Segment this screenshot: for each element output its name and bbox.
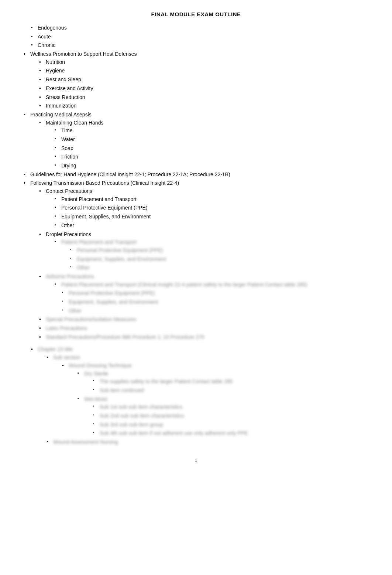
list-item-blurred: Personal Protective Equipment (PPE) (69, 246, 370, 255)
list-item: Guidelines for Hand Hygiene (Clinical In… (22, 171, 370, 179)
list-item-blurred: Special Precautions/Isolation Measures (38, 316, 370, 324)
list-item: Maintaining Clean Hands Time Water Soap … (38, 119, 370, 170)
list-item: Nutrition (38, 58, 370, 67)
list-item-blurred: Sub 1st sub sub item characteristics (92, 403, 370, 411)
list-item-blurred: Chapter 23 title Sub section Wound Dress… (30, 346, 370, 446)
list-item-blurred: Equipment, Supplies, and Environment (61, 298, 370, 306)
list-item-blurred: Other (69, 264, 370, 272)
list-item: Time (53, 127, 370, 135)
list-item: Drying (53, 162, 370, 170)
list-item-blurred: Patient Placement and Transport Personal… (53, 238, 370, 272)
list-item-blurred: The supplies safety to the larger Patien… (92, 378, 370, 386)
list-item-blurred: Wet-Moist Sub 1st sub sub item character… (76, 395, 370, 438)
list-item-blurred: Standard Precautions/Procedure 886 Proce… (38, 333, 370, 341)
list-item: Rest and Sleep (38, 76, 370, 84)
list-item: Other (53, 222, 370, 230)
list-item-blurred: Sub section Wound Dressing Technique Dry… (45, 354, 370, 438)
list-item-blurred: Patient Placement and Transport (Clinica… (53, 281, 370, 289)
list-item-blurred: Sub 2nd sub sub item characteristics (92, 412, 370, 420)
list-item: Friction (53, 153, 370, 161)
list-item: Chronic (30, 41, 370, 50)
list-item-blurred: Sub 3rd sub sub item group (92, 421, 370, 429)
list-item-blurred: Equipment, Supplies, and Environment (69, 255, 370, 263)
list-item: Droplet Precautions Patient Placement an… (38, 231, 370, 272)
list-item: Wellness Promotion to Support Host Defen… (22, 50, 370, 110)
list-item: Endogenous (30, 24, 370, 32)
page-title: FINAL MODULE EXAM OUTLINE (22, 11, 370, 17)
list-item-blurred: Sub 4th sub sub item if not adherent use… (92, 429, 370, 438)
list-item: Patient Placement and Transport (53, 195, 370, 204)
list-item-blurred: Dry Sterile The supplies safety to the l… (76, 370, 370, 395)
page-number: 1 (22, 457, 370, 463)
list-item-blurred: Airborne Precautions Patient Placement a… (38, 273, 370, 315)
list-item: Contact Precautions Patient Placement an… (38, 187, 370, 229)
list-item: Equipment, Supplies, and Environment (53, 213, 370, 221)
list-item: Following Transmission-Based Precautions… (22, 179, 370, 341)
list-item-blurred: Wound Assessment Nursing (45, 438, 370, 446)
list-item-blurred: Sub item continued (92, 387, 370, 395)
list-item-blurred: Personal Protective Equipment (PPE) (61, 289, 370, 297)
list-item: Immunization (38, 102, 370, 110)
list-item: Personal Protective Equipment (PPE) (53, 204, 370, 212)
list-item-blurred: Latex Precautions (38, 324, 370, 333)
list-item: Soap (53, 144, 370, 153)
list-item-blurred: Other (61, 307, 370, 315)
list-item: Practicing Medical Asepsis Maintaining C… (22, 111, 370, 170)
list-item: Hygiene (38, 67, 370, 75)
list-item: Stress Reduction (38, 93, 370, 102)
list-item: Acute (30, 33, 370, 41)
list-item: Exercise and Activity (38, 85, 370, 93)
list-item-blurred: Wound Dressing Technique Dry Sterile The… (61, 362, 370, 438)
list-item: Water (53, 136, 370, 144)
